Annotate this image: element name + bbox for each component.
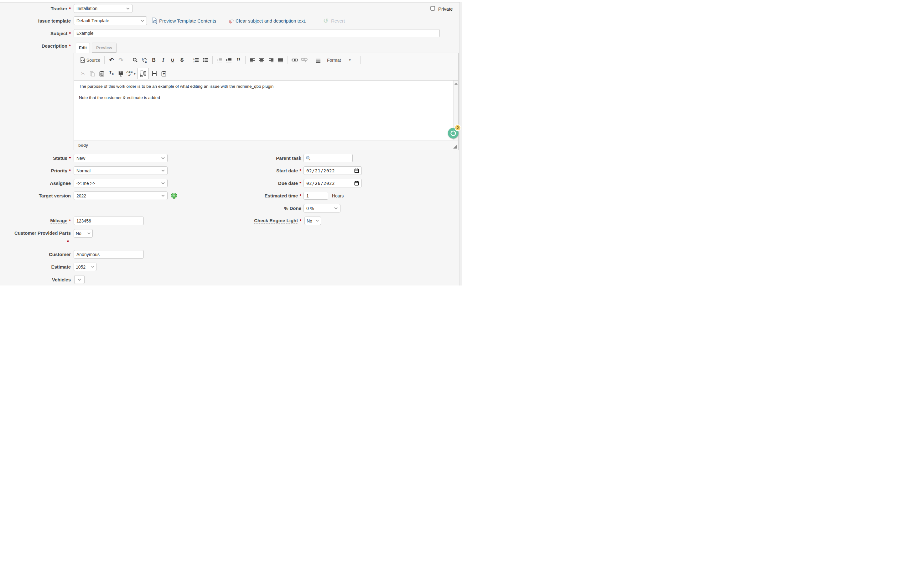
box-top-border [0,0,462,3]
italic-icon[interactable]: I [159,56,167,64]
customer-label: Customer [0,250,71,259]
caret-down-icon: ▾ [134,72,135,76]
target-version-select[interactable]: 2022 [74,191,168,200]
cut-icon[interactable]: ✂ [79,69,87,78]
link-icon[interactable] [291,56,299,64]
underline-icon[interactable]: U [169,56,176,64]
check-engine-light-select[interactable]: No [305,216,321,225]
outdent-icon[interactable] [216,56,223,64]
strikethrough-icon[interactable]: S [178,56,186,64]
media-embed-icon[interactable] [151,69,158,78]
chevron-down-icon [161,194,165,197]
undo-icon[interactable]: ↶ [108,56,115,64]
status-select[interactable]: New [74,154,168,162]
clear-subject-link[interactable]: Clear subject and description text. [236,18,306,23]
paste-icon[interactable] [98,69,106,78]
check-engine-light-label: Check Engine Light* [176,216,301,225]
calendar-icon[interactable] [354,168,359,173]
tab-preview[interactable]: Preview [92,43,117,52]
status-label: Status* [0,154,71,162]
copy-icon[interactable] [89,69,96,78]
chevron-down-icon [141,20,144,22]
svg-text:2: 2 [193,60,194,63]
blockquote-icon[interactable]: ” [235,55,242,65]
parent-task-label: Parent task [176,154,301,162]
chevron-down-icon [161,170,165,172]
customer-provided-parts-select[interactable]: No [74,229,93,238]
spellcheck-icon[interactable]: ABC ✓ ▾ [126,69,136,78]
resize-handle-icon[interactable] [453,145,457,148]
caret-down-icon: ▾ [349,58,351,62]
estimate-select[interactable]: 1052 [74,262,97,271]
editor-paragraph: The purpose of this work order is to be … [74,80,458,90]
chevron-down-icon [161,182,165,184]
editor-toolbar: Source ↶ ↷ ba B I U S 12 ” [74,53,458,80]
paste-plain-text-icon[interactable]: T [160,69,168,78]
priority-select[interactable]: Normal [74,167,168,175]
find-icon[interactable] [131,56,139,64]
scroll-up-arrow[interactable] [454,83,457,85]
align-justify-icon[interactable] [277,56,284,64]
format-dropdown[interactable]: Format ▾ [324,56,357,64]
parent-task-input[interactable] [303,154,353,162]
mileage-input[interactable] [74,216,144,225]
percent-done-label: % Done [176,204,301,213]
calendar-icon[interactable] [354,181,359,185]
customer-input[interactable] [74,250,144,259]
vehicles-label: Vehicles [0,275,71,284]
start-date-input[interactable]: 02/21/2022 [303,167,362,175]
chevron-down-icon [91,266,94,268]
preview-template-link[interactable]: Preview Template Contents [159,18,216,23]
chevron-down-icon [316,220,319,222]
paste-from-word-icon[interactable] [117,69,124,78]
align-center-icon[interactable] [258,56,266,64]
redo-icon[interactable]: ↷ [117,56,125,64]
toolbar-row-1: Source ↶ ↷ ba B I U S 12 ” [74,53,458,67]
toolbar-row-2: ✂ Tx ABC ✓ ▾ T [74,67,458,80]
percent-done-select[interactable]: 0 % [303,204,340,213]
paragraph-styles-icon[interactable] [314,56,322,64]
due-date-label: Due date* [176,179,301,187]
grammarly-badge: 2 [454,124,461,131]
start-date-label: Start date* [176,167,301,175]
svg-text:a: a [145,60,147,63]
bold-icon[interactable]: B [150,56,157,64]
assignee-select[interactable]: << me >> [74,179,168,187]
tab-edit[interactable]: Edit [76,43,90,53]
hours-label: Hours [332,192,343,200]
priority-label: Priority* [0,167,71,175]
estimated-time-label: Estimated time* [176,191,301,200]
preview-template-icon [151,17,157,25]
customer-provided-parts-required: * [67,239,69,244]
select-area-icon[interactable] [137,68,149,79]
element-path[interactable]: body [78,143,88,148]
align-left-icon[interactable] [249,56,256,64]
issue-template-label: Issue template [0,16,71,25]
issue-template-select[interactable]: Default Template [74,16,147,25]
chevron-down-icon [334,207,338,209]
element-path-bar: body [74,140,458,150]
subject-label: Subject* [0,29,71,37]
source-icon [80,57,85,63]
editor-content[interactable]: The purpose of this work order is to be … [74,80,458,141]
private-checkbox[interactable] [430,6,435,11]
estimated-time-input[interactable] [303,192,328,200]
revert-icon: ↺ [323,17,328,25]
subject-input[interactable] [74,29,440,37]
remove-format-icon[interactable]: Tx [108,69,115,78]
vehicles-select[interactable] [74,275,85,284]
tracker-select[interactable]: Installation [74,4,132,13]
unlink-icon[interactable] [300,56,308,64]
align-right-icon[interactable] [268,56,275,64]
estimate-label: Estimate [0,262,71,271]
assignee-label: Assignee [0,179,71,187]
numbered-list-icon[interactable]: 12 [192,56,200,64]
grammarly-g-icon [450,130,457,137]
replace-icon[interactable]: ba [141,56,148,64]
editor-paragraph: Note that the customer & estimate is add… [74,90,458,100]
due-date-input[interactable]: 02/26/2022 [303,179,362,187]
tracker-label: Tracker* [0,4,71,13]
indent-icon[interactable] [225,56,233,64]
bulleted-list-icon[interactable] [202,56,209,64]
source-button[interactable]: Source [79,56,101,64]
